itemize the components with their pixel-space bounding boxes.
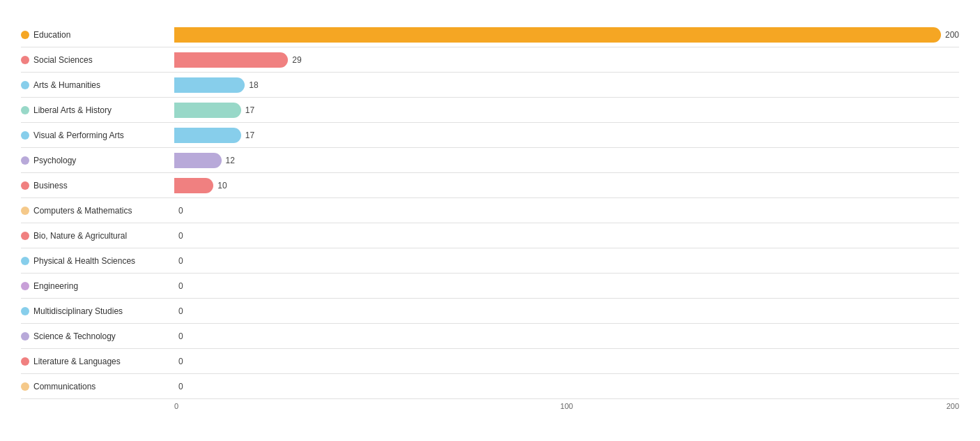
bar-label-text: Liberal Arts & History xyxy=(33,105,112,115)
bar-label-container: Education xyxy=(21,30,174,40)
bar-value-label: 0 xyxy=(178,231,183,241)
bar-wrapper: 17 xyxy=(174,103,959,118)
bar-track: 0 xyxy=(174,379,959,394)
bar-label-text: Social Sciences xyxy=(33,55,93,65)
bar-row: Computers & Mathematics0 xyxy=(21,198,959,223)
bar-row: Science & Technology0 xyxy=(21,324,959,349)
color-dot xyxy=(21,106,29,114)
bar-value-label: 10 xyxy=(217,181,227,190)
bar-row: Social Sciences29 xyxy=(21,47,959,73)
bar-value-label: 0 xyxy=(178,382,183,391)
bar-label-text: Bio, Nature & Agricultural xyxy=(33,231,127,241)
bar-fill xyxy=(174,103,241,118)
bar-wrapper: 0 xyxy=(174,329,959,344)
bar-track: 29 xyxy=(174,52,959,68)
bar-row: Engineering0 xyxy=(21,274,959,299)
bar-fill xyxy=(174,178,213,193)
bar-value-label: 12 xyxy=(226,156,235,165)
bar-label-text: Education xyxy=(33,30,70,40)
chart-area: Education200Social Sciences29Arts & Huma… xyxy=(21,22,959,399)
color-dot xyxy=(21,207,29,215)
color-dot xyxy=(21,56,29,64)
bar-track: 0 xyxy=(174,304,959,319)
bar-label-text: Arts & Humanities xyxy=(33,80,100,90)
bar-label-container: Psychology xyxy=(21,156,174,165)
color-dot xyxy=(21,382,29,391)
color-dot xyxy=(21,156,29,165)
bar-label-text: Science & Technology xyxy=(33,331,116,341)
bar-fill xyxy=(174,153,222,168)
color-dot xyxy=(21,131,29,140)
bar-value-label: 17 xyxy=(245,105,254,115)
bar-wrapper: 0 xyxy=(174,354,959,369)
bar-value-label: 0 xyxy=(178,357,183,366)
bar-label-container: Science & Technology xyxy=(21,331,174,341)
bar-label-container: Liberal Arts & History xyxy=(21,105,174,115)
bar-wrapper: 0 xyxy=(174,379,959,394)
bar-label-container: Communications xyxy=(21,382,174,391)
bar-row: Liberal Arts & History17 xyxy=(21,98,959,123)
bar-label-container: Physical & Health Sciences xyxy=(21,256,174,266)
bar-fill xyxy=(174,77,245,93)
bar-wrapper: 200 xyxy=(174,27,959,43)
bar-track: 0 xyxy=(174,354,959,369)
bar-track: 200 xyxy=(174,27,959,43)
bar-label-container: Computers & Mathematics xyxy=(21,206,174,216)
color-dot xyxy=(21,357,29,366)
bar-wrapper: 0 xyxy=(174,253,959,269)
bar-value-label: 0 xyxy=(178,331,183,341)
color-dot xyxy=(21,81,29,89)
bar-label-text: Literature & Languages xyxy=(33,357,121,366)
bar-label-text: Psychology xyxy=(33,156,76,165)
bar-row: Psychology12 xyxy=(21,148,959,173)
bar-wrapper: 0 xyxy=(174,228,959,244)
bar-wrapper: 0 xyxy=(174,278,959,294)
bar-label-container: Multidisciplinary Studies xyxy=(21,306,174,316)
bar-label-container: Social Sciences xyxy=(21,55,174,65)
bar-value-label: 17 xyxy=(245,130,254,140)
bar-label-container: Visual & Performing Arts xyxy=(21,130,174,140)
x-label-0: 0 xyxy=(174,402,178,410)
bar-track: 0 xyxy=(174,203,959,218)
bar-fill xyxy=(174,27,941,43)
color-dot xyxy=(21,332,29,341)
bar-track: 0 xyxy=(174,278,959,294)
x-axis: 0 100 200 xyxy=(21,402,959,416)
color-dot xyxy=(21,31,29,39)
bar-label-text: Business xyxy=(33,181,68,190)
bar-wrapper: 29 xyxy=(174,52,959,68)
bar-track: 12 xyxy=(174,153,959,168)
bar-label-text: Computers & Mathematics xyxy=(33,206,132,216)
bar-value-label: 0 xyxy=(178,206,183,216)
bar-row: Arts & Humanities18 xyxy=(21,73,959,98)
bar-row: Business10 xyxy=(21,173,959,198)
bar-track: 0 xyxy=(174,253,959,269)
bar-label-container: Business xyxy=(21,181,174,190)
bar-value-label: 18 xyxy=(249,80,258,90)
bar-value-label: 29 xyxy=(292,55,301,65)
bar-value-label: 0 xyxy=(178,256,183,266)
color-dot xyxy=(21,181,29,190)
bar-label-text: Visual & Performing Arts xyxy=(33,130,124,140)
bar-track: 10 xyxy=(174,178,959,193)
bar-wrapper: 12 xyxy=(174,153,959,168)
bar-fill xyxy=(174,128,241,143)
bar-row: Bio, Nature & Agricultural0 xyxy=(21,223,959,248)
bar-label-container: Arts & Humanities xyxy=(21,80,174,90)
color-dot xyxy=(21,257,29,265)
bar-value-label: 0 xyxy=(178,281,183,291)
bar-row: Multidisciplinary Studies0 xyxy=(21,299,959,324)
bar-track: 0 xyxy=(174,228,959,244)
bar-track: 17 xyxy=(174,128,959,143)
bar-value-label: 200 xyxy=(945,30,959,40)
bar-label-text: Multidisciplinary Studies xyxy=(33,306,123,316)
bar-value-label: 0 xyxy=(178,306,183,316)
bar-track: 18 xyxy=(174,77,959,93)
x-label-100: 100 xyxy=(560,402,573,410)
bar-fill xyxy=(174,52,288,68)
bar-wrapper: 17 xyxy=(174,128,959,143)
color-dot xyxy=(21,307,29,315)
bar-label-container: Literature & Languages xyxy=(21,357,174,366)
bar-label-text: Engineering xyxy=(33,281,78,291)
bar-label-text: Communications xyxy=(33,382,95,391)
